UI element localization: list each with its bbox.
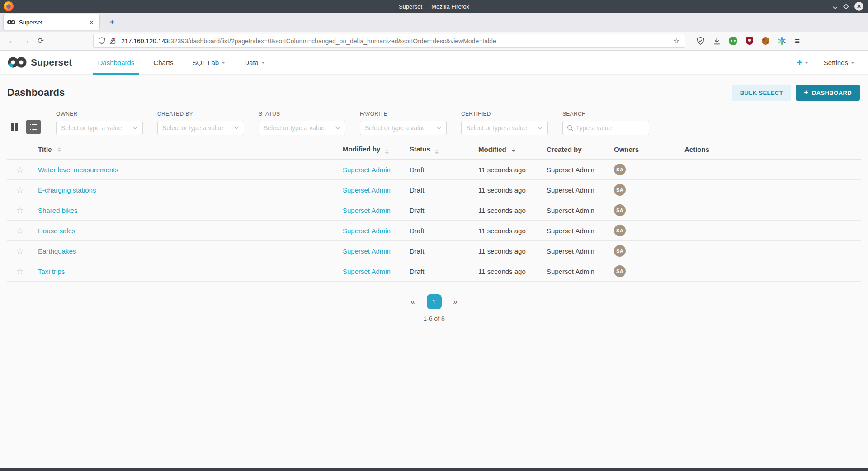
owner-avatar[interactable]: SA	[614, 245, 626, 257]
table-row: ☆ E-charging stations Superset Admin Dra…	[7, 180, 861, 200]
table-row: ☆ Shared bikes Superset Admin Draft 11 s…	[7, 200, 861, 221]
tracking-protection-shield-icon[interactable]	[98, 37, 105, 45]
chevron-down-icon	[335, 126, 340, 130]
search-box	[562, 121, 649, 135]
page-title: Dashboards	[7, 87, 65, 99]
created-by-cell: Superset Admin	[547, 227, 614, 235]
url-host: 217.160.120.143	[121, 38, 169, 45]
column-modified[interactable]: Modified	[478, 146, 547, 153]
status-cell: Draft	[410, 186, 478, 194]
column-modified-by[interactable]: Modified by	[343, 145, 410, 154]
tab-close-icon[interactable]: ✕	[87, 18, 96, 27]
dashboard-link[interactable]: Shared bikes	[38, 207, 78, 214]
owner-avatar[interactable]: SA	[614, 265, 626, 277]
filter-status: STATUS Select or type a value	[259, 111, 345, 135]
modified-cell: 11 seconds ago	[478, 166, 547, 174]
firefox-icon	[4, 1, 14, 11]
column-owners: Owners	[614, 146, 684, 153]
next-page-icon[interactable]: »	[451, 296, 460, 308]
modified-cell: 11 seconds ago	[478, 247, 547, 255]
brand-name: Superset	[31, 57, 72, 68]
owner-avatar[interactable]: SA	[614, 164, 626, 175]
back-icon[interactable]: ←	[5, 34, 19, 48]
pagination: « 1 »	[0, 294, 868, 309]
pagination-summary: 1-6 of 6	[0, 315, 868, 322]
created-by-cell: Superset Admin	[547, 207, 614, 214]
browser-toolbar: ← → ⟳ 217.160.120.143:32393/dashboard/li…	[0, 32, 868, 51]
column-status[interactable]: Status	[410, 145, 478, 154]
column-actions: Actions	[684, 146, 861, 153]
owner-select[interactable]: Select or type a value	[56, 121, 143, 135]
favorite-star-icon[interactable]: ☆	[16, 267, 24, 276]
menu-hamburger-icon[interactable]: ≡	[795, 36, 800, 46]
certified-select[interactable]: Select or type a value	[461, 121, 548, 135]
column-title[interactable]: Title	[33, 146, 343, 153]
page-1-button[interactable]: 1	[427, 294, 442, 309]
created-by-select[interactable]: Select or type a value	[157, 121, 244, 135]
modified-by-link[interactable]: Superset Admin	[343, 186, 391, 194]
favorite-star-icon[interactable]: ☆	[16, 165, 24, 174]
sort-icon	[385, 150, 389, 154]
card-view-toggle[interactable]	[7, 120, 22, 134]
favorite-select[interactable]: Select or type a value	[360, 121, 447, 135]
dashboard-link[interactable]: E-charging stations	[38, 186, 96, 194]
superset-brand[interactable]: Superset	[7, 56, 72, 69]
insecure-lock-icon[interactable]	[109, 37, 117, 45]
grid-icon	[11, 123, 18, 131]
dashboard-link[interactable]: Taxi trips	[38, 268, 65, 275]
download-icon[interactable]	[712, 37, 721, 45]
browser-tab-superset[interactable]: Superset ✕	[4, 14, 99, 30]
extension-mask-icon[interactable]	[729, 37, 737, 45]
caret-down-icon	[261, 62, 265, 64]
created-by-cell: Superset Admin	[547, 166, 614, 174]
new-tab-button[interactable]: +	[106, 16, 118, 28]
caret-down-icon	[851, 62, 854, 64]
nav-item-data[interactable]: Data	[235, 51, 274, 74]
window-maximize-icon[interactable]	[843, 4, 849, 9]
status-select[interactable]: Select or type a value	[259, 121, 345, 135]
prev-page-icon[interactable]: «	[408, 296, 418, 308]
modified-by-link[interactable]: Superset Admin	[343, 227, 391, 235]
new-dashboard-button[interactable]: + DASHBOARD	[796, 85, 860, 101]
modified-by-link[interactable]: Superset Admin	[343, 268, 391, 275]
new-item-menu[interactable]: +	[797, 58, 808, 67]
favorite-star-icon[interactable]: ☆	[16, 247, 24, 255]
extension-ublock-icon[interactable]	[745, 37, 754, 45]
sort-desc-icon	[512, 147, 515, 152]
modified-by-link[interactable]: Superset Admin	[343, 207, 391, 214]
dashboard-link[interactable]: Water level measurements	[38, 166, 118, 174]
settings-menu[interactable]: Settings	[824, 59, 854, 66]
list-view-toggle[interactable]	[26, 120, 41, 134]
url-bar[interactable]: 217.160.120.143:32393/dashboard/list/?pa…	[93, 34, 685, 48]
favorite-star-icon[interactable]: ☆	[16, 206, 24, 215]
extension-cookie-icon[interactable]	[761, 37, 770, 45]
nav-item-charts[interactable]: Charts	[144, 51, 183, 74]
table-row: ☆ Taxi trips Superset Admin Draft 11 sec…	[7, 261, 861, 282]
status-cell: Draft	[410, 227, 478, 235]
table-header-row: Title Modified by Status Modified Create…	[7, 140, 861, 160]
owner-avatar[interactable]: SA	[614, 204, 626, 216]
app-navbar: Superset Dashboards Charts SQL Lab Data …	[0, 51, 868, 75]
dashboard-link[interactable]: House sales	[38, 227, 75, 235]
status-cell: Draft	[410, 268, 478, 275]
forward-icon[interactable]: →	[19, 34, 33, 48]
modified-by-link[interactable]: Superset Admin	[343, 166, 391, 174]
plus-icon: +	[797, 58, 802, 67]
reload-icon[interactable]: ⟳	[33, 34, 48, 48]
bulk-select-button[interactable]: BULK SELECT	[732, 85, 791, 101]
search-input[interactable]	[576, 124, 645, 132]
extension-pinwheel-icon[interactable]	[778, 37, 786, 45]
modified-by-link[interactable]: Superset Admin	[343, 247, 391, 255]
favorite-star-icon[interactable]: ☆	[16, 186, 24, 194]
window-minimize-icon[interactable]	[833, 5, 838, 8]
bookmark-star-icon[interactable]: ☆	[672, 37, 680, 45]
owner-avatar[interactable]: SA	[614, 225, 626, 236]
favorite-star-icon[interactable]: ☆	[16, 226, 24, 235]
filter-owner: OWNER Select or type a value	[56, 111, 143, 135]
nav-item-dashboards[interactable]: Dashboards	[88, 51, 144, 74]
owner-avatar[interactable]: SA	[614, 184, 626, 196]
nav-item-sql-lab[interactable]: SQL Lab	[183, 51, 235, 74]
dashboard-link[interactable]: Earthquakes	[38, 247, 76, 255]
permissions-shield-icon[interactable]	[696, 37, 705, 45]
window-close-icon[interactable]: ✕	[854, 2, 863, 11]
